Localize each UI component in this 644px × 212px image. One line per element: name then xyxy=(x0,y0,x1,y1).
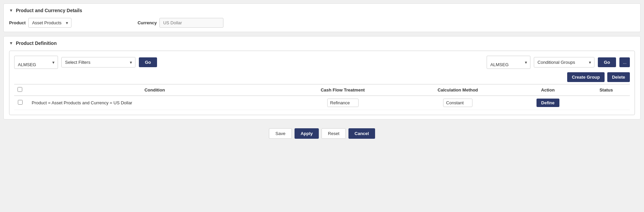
right-folder-select-wrapper-inner: ALMSEG ▼ xyxy=(487,56,530,69)
currency-input[interactable] xyxy=(159,18,223,28)
conditional-groups-select[interactable]: Conditional Groups xyxy=(534,57,594,68)
delete-button[interactable]: Delete xyxy=(607,72,630,82)
cashflow-treatment-cell: RefinanceMaturityBullet xyxy=(283,96,402,110)
currency-label: Currency xyxy=(137,20,157,25)
row-checkbox-cell xyxy=(14,96,26,110)
table-header-status: Status xyxy=(583,84,630,96)
table-header-calcmethod: Calculation Method xyxy=(402,84,513,96)
conditional-groups-wrapper: Conditional Groups ▼ xyxy=(534,57,594,68)
calculation-method-select[interactable]: ConstantVariableLinear xyxy=(443,99,472,107)
reset-button[interactable]: Reset xyxy=(321,128,346,139)
product-form-group: Product Asset Products ▼ xyxy=(9,18,71,28)
define-button[interactable]: Define xyxy=(536,99,559,107)
select-all-checkbox[interactable] xyxy=(18,87,22,92)
cashflow-treatment-select[interactable]: RefinanceMaturityBullet xyxy=(327,99,359,107)
left-folder-select-wrapper: Folder ALMSEG ▼ xyxy=(14,56,58,69)
collapse-icon-product-definition[interactable]: ▼ xyxy=(9,41,13,46)
table-header-cashflow: Cash Flow Treatment xyxy=(283,84,402,96)
select-filters-select[interactable]: Select Filters xyxy=(61,57,135,68)
action-buttons-row: Create Group Delete xyxy=(14,72,630,82)
section-title-product-definition: Product Definition xyxy=(16,41,57,46)
section-header-product-currency: ▼ Product and Currency Details xyxy=(9,8,635,13)
table-header-row: Condition Cash Flow Treatment Calculatio… xyxy=(14,84,630,96)
calculation-method-cell: ConstantVariableLinear xyxy=(402,96,513,110)
table-row: Product = Asset Products and Currency = … xyxy=(14,96,630,110)
collapse-icon-product-currency[interactable]: ▼ xyxy=(9,8,13,13)
save-button[interactable]: Save xyxy=(269,128,292,139)
status-cell xyxy=(583,96,630,110)
row-checkbox[interactable] xyxy=(18,100,23,105)
currency-form-group: Currency xyxy=(137,18,223,28)
apply-button[interactable]: Apply xyxy=(295,128,319,139)
dots-button[interactable]: ... xyxy=(619,57,630,67)
select-filters-wrapper: Select Filters ▼ xyxy=(61,57,135,68)
footer-bar: Save Apply Reset Cancel xyxy=(3,124,641,141)
cancel-button[interactable]: Cancel xyxy=(348,128,375,139)
action-cell: Define xyxy=(513,96,583,110)
section-title-product-currency: Product and Currency Details xyxy=(16,8,82,13)
table-header-action: Action xyxy=(513,84,583,96)
product-label: Product xyxy=(9,20,26,25)
section-header-product-definition: ▼ Product Definition xyxy=(9,41,635,46)
condition-cell: Product = Asset Products and Currency = … xyxy=(26,96,283,110)
inner-definition-panel: Folder ALMSEG ▼ Select Filters ▼ Go xyxy=(9,51,635,115)
left-folder-select-wrapper-inner: ALMSEG ▼ xyxy=(14,56,58,69)
table-header-checkbox xyxy=(14,84,26,96)
left-folder-select[interactable]: ALMSEG xyxy=(14,56,58,69)
product-currency-section: ▼ Product and Currency Details Product A… xyxy=(3,3,641,32)
right-folder-select[interactable]: ALMSEG xyxy=(487,56,530,69)
product-definition-section: ▼ Product Definition Folder ALMSEG ▼ xyxy=(3,36,641,120)
create-group-button[interactable]: Create Group xyxy=(567,72,605,82)
conditions-table: Condition Cash Flow Treatment Calculatio… xyxy=(14,84,630,110)
right-go-button[interactable]: Go xyxy=(598,57,616,67)
condition-highlight-product: Asset Products xyxy=(52,100,81,105)
right-folder-select-wrapper: Folder ALMSEG ▼ xyxy=(487,56,530,69)
left-go-button[interactable]: Go xyxy=(139,57,157,67)
product-select[interactable]: Asset Products xyxy=(28,18,71,28)
filter-row: Folder ALMSEG ▼ Select Filters ▼ Go xyxy=(14,56,630,69)
product-currency-form-row: Product Asset Products ▼ Currency xyxy=(9,18,635,28)
condition-highlight-currency: US Dollar xyxy=(114,100,132,105)
table-header-condition: Condition xyxy=(26,84,283,96)
product-select-wrapper: Asset Products ▼ xyxy=(28,18,71,28)
